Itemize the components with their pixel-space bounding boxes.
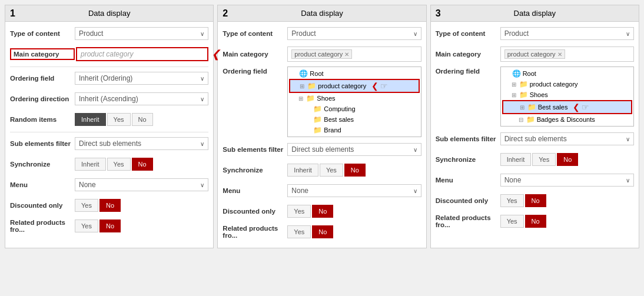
sync-inherit-btn-1[interactable]: Inherit [75, 158, 106, 171]
tree-item-shoes-3[interactable]: ⊞ 📁 Shoes [502, 89, 632, 100]
tree-dropdown-3[interactable]: 🌐 Root ⊞ 📁 product category ⊞ 📁 Shoes [500, 66, 634, 127]
main-category-tag-input-3[interactable]: product category ✕ [500, 46, 634, 62]
tree-item-badges-3[interactable]: ⊟ 📁 Badges & Discounts [502, 114, 632, 125]
related-yes-btn-2[interactable]: Yes [287, 225, 311, 238]
type-of-content-select-1[interactable]: Product ∨ [75, 27, 208, 40]
discounted-yes-btn-1[interactable]: Yes [75, 199, 98, 212]
sync-no-btn-2[interactable]: No [344, 164, 366, 177]
sub-elements-select-2[interactable]: Direct sub elements ∨ [287, 143, 421, 156]
tree-item-bestsales-2[interactable]: 📁 Best sales [289, 114, 419, 125]
main-category-tag-3: product category ✕ [504, 49, 565, 59]
menu-value-3: None [504, 176, 623, 184]
panel-3-header: 3 Data display [431, 5, 639, 22]
chevron-down-icon-5: ∨ [200, 182, 204, 188]
tree-item-root-3[interactable]: 🌐 Root [502, 68, 632, 79]
type-of-content-select-2[interactable]: Product ∨ [287, 27, 421, 40]
main-category-control-1: product category ❮ [76, 47, 208, 61]
ordering-field-select-1[interactable]: Inherit (Ordering) ∨ [75, 72, 208, 85]
random-items-control-1: Inherit Yes No [75, 113, 208, 126]
tree-item-prodcat-2[interactable]: ⊞ 📁 product category ❮ ☞ [289, 79, 419, 93]
folder-icon-shoes-3: 📁 [519, 91, 528, 99]
related-yes-btn-3[interactable]: Yes [500, 215, 524, 228]
discounted-no-btn-1[interactable]: No [99, 199, 121, 212]
ordering-direction-select-1[interactable]: Inherit (Ascending) ∨ [75, 92, 208, 105]
discounted-row-2: Discounted only Yes No [223, 203, 421, 219]
chevron-down-icon-2: ∨ [200, 75, 204, 82]
panel-2-header: 2 Data display [218, 5, 426, 22]
panel-2-number: 2 [223, 8, 228, 19]
chevron-down-icon-4: ∨ [200, 141, 204, 147]
type-of-content-select-3[interactable]: Product ∨ [500, 27, 634, 40]
random-no-btn-1[interactable]: No [132, 113, 153, 126]
sub-elements-value-3: Direct sub elements [504, 135, 623, 143]
type-of-content-value-2: Product [291, 29, 410, 38]
menu-select-3[interactable]: None ∨ [500, 174, 634, 187]
main-category-control-2: product category ✕ [287, 46, 421, 62]
related-no-btn-1[interactable]: No [99, 219, 121, 232]
tree-label-shoes-2: Shoes [317, 95, 335, 102]
tree-item-badges-2[interactable]: ⊟ 📁 Badges & Discounts [289, 135, 419, 137]
related-no-btn-2[interactable]: No [312, 225, 333, 238]
discounted-no-btn-2[interactable]: No [312, 205, 333, 218]
ordering-field-value-1: Inherit (Ordering) [79, 74, 198, 82]
menu-row-3: Menu None ∨ [436, 172, 634, 188]
synchronize-label-1: Synchronize [10, 161, 75, 168]
menu-label-1: Menu [10, 181, 75, 188]
tree-expand-bestsales-3: ⊞ [520, 104, 526, 111]
folder-icon-brand-2: 📁 [313, 126, 322, 134]
sync-inherit-btn-2[interactable]: Inherit [287, 164, 318, 177]
sub-elements-select-1[interactable]: Direct sub elements ∨ [75, 137, 208, 150]
tag-remove-2[interactable]: ✕ [344, 51, 349, 58]
sync-yes-btn-2[interactable]: Yes [320, 164, 343, 177]
type-of-content-label-1: Type of content [10, 30, 75, 37]
sync-no-btn-3[interactable]: No [557, 153, 578, 166]
random-yes-btn-1[interactable]: Yes [107, 113, 131, 126]
type-of-content-row-2: Type of content Product ∨ [223, 25, 421, 42]
main-category-input-1[interactable]: product category ❮ [76, 47, 208, 61]
chevron-down-icon-10: ∨ [626, 136, 630, 142]
menu-select-1[interactable]: None ∨ [75, 178, 208, 191]
random-inherit-btn-1[interactable]: Inherit [75, 113, 106, 126]
globe-icon-3: 🌐 [512, 69, 521, 78]
main-category-tag-input-2[interactable]: product category ✕ [287, 46, 421, 62]
discounted-label-3: Discounted only [436, 197, 500, 204]
tree-item-prodcat-3[interactable]: ⊞ 📁 product category [502, 79, 632, 89]
menu-select-2[interactable]: None ∨ [287, 184, 421, 197]
tree-dropdown-2[interactable]: 🌐 Root ⊞ 📁 product category ❮ ☞ ⊞ [287, 66, 421, 137]
synchronize-control-2: Inherit Yes No [287, 164, 421, 177]
synchronize-row-2: Synchronize Inherit Yes No [223, 162, 421, 178]
tree-expand-prodcat-2: ⊞ [300, 83, 306, 89]
tree-label-bestsales-3: Best sales [538, 104, 568, 111]
sync-no-btn-1[interactable]: No [132, 158, 153, 171]
sub-elements-select-3[interactable]: Direct sub elements ∨ [500, 132, 634, 145]
ordering-field-row-2: Ordering field 🌐 Root ⊞ 📁 product catego… [223, 66, 421, 137]
related-label-1: Related products fro... [10, 219, 75, 233]
related-yes-btn-1[interactable]: Yes [75, 219, 98, 232]
sync-yes-btn-1[interactable]: Yes [107, 158, 131, 171]
tree-item-shoes-2[interactable]: ⊞ 📁 Shoes [289, 93, 419, 104]
tree-item-computing-2[interactable]: 📁 Computing [289, 104, 419, 114]
sync-inherit-btn-3[interactable]: Inherit [500, 153, 532, 166]
related-label-2: Related products fro... [223, 225, 287, 239]
tree-item-brand-2[interactable]: 📁 Brand [289, 125, 419, 135]
synchronize-label-3: Synchronize [436, 156, 500, 163]
tag-remove-3[interactable]: ✕ [557, 51, 562, 58]
menu-row-1: Menu None ∨ [10, 177, 208, 193]
discounted-no-btn-3[interactable]: No [525, 194, 546, 207]
type-of-content-row-3: Type of content Product ∨ [436, 25, 634, 42]
tree-label-bestsales-2: Best sales [324, 116, 354, 123]
discounted-yes-btn-2[interactable]: Yes [287, 205, 311, 218]
related-no-btn-3[interactable]: No [525, 215, 546, 228]
chevron-down-icon-6: ∨ [413, 31, 417, 37]
ordering-field-label-2: Ordering field [223, 66, 287, 75]
folder-icon-badges-2: 📁 [313, 137, 322, 137]
discounted-yes-btn-3[interactable]: Yes [500, 194, 524, 207]
sync-yes-btn-3[interactable]: Yes [532, 153, 556, 166]
tag-text-2: product category [294, 51, 343, 58]
folder-icon-bestsales-2: 📁 [313, 115, 322, 124]
type-of-content-row-1: Type of content Product ∨ [10, 25, 208, 42]
tree-item-bestsales-3[interactable]: ⊞ 📁 Best sales ❮ ☞ [502, 100, 632, 114]
folder-icon-badges-3: 📁 [526, 115, 535, 124]
main-category-placeholder-1: product category [81, 50, 133, 58]
tree-item-root-2[interactable]: 🌐 Root [289, 68, 419, 79]
